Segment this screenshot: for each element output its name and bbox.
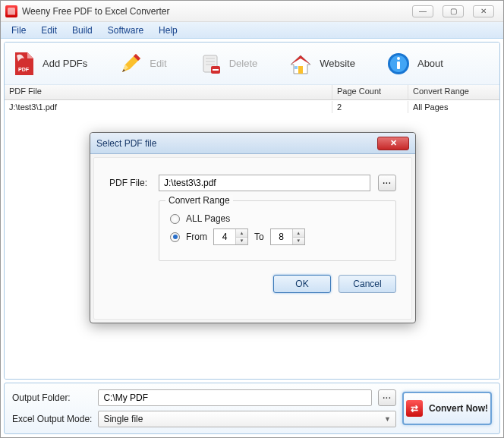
from-value[interactable] (214, 229, 235, 244)
menu-software[interactable]: Software (100, 25, 151, 36)
col-header-count[interactable]: Page Count (332, 85, 408, 99)
radio-all-pages[interactable] (170, 214, 180, 224)
titlebar: Weeny Free PDF to Excel Converter — ▢ ✕ (1, 1, 503, 22)
svg-text:PDF: PDF (18, 67, 30, 72)
info-icon (386, 51, 411, 77)
svg-rect-3 (213, 69, 219, 71)
table-header: PDF File Page Count Convert Range (5, 85, 499, 100)
convert-range-fieldset: Convert Range ALL Pages From ▲ ▼ To (159, 200, 396, 261)
menubar: File Edit Build Software Help (1, 22, 503, 39)
home-icon (288, 51, 313, 77)
edit-label: Edit (150, 58, 166, 69)
pdf-file-row: PDF File: ··· (109, 175, 396, 191)
website-label: Website (320, 58, 355, 69)
output-folder-input[interactable] (98, 389, 372, 406)
pdf-file-input[interactable] (159, 175, 370, 191)
col-header-range[interactable]: Convert Range (408, 85, 499, 99)
convert-icon (406, 400, 423, 417)
about-label: About (417, 58, 443, 69)
to-up-button[interactable]: ▲ (293, 229, 304, 238)
from-down-button[interactable]: ▼ (236, 238, 247, 245)
select-pdf-dialog: Select PDF file ✕ PDF File: ··· Convert … (90, 132, 416, 323)
delete-icon (197, 51, 223, 77)
pdf-file-label: PDF File: (109, 178, 151, 188)
all-pages-option[interactable]: ALL Pages (170, 213, 385, 224)
add-pdfs-button[interactable]: PDF Add PDFs (11, 51, 87, 77)
convert-range-legend: Convert Range (165, 195, 233, 206)
from-to-option[interactable]: From ▲ ▼ To ▲ ▼ (170, 228, 385, 245)
output-mode-value: Single file (103, 414, 143, 424)
output-folder-label: Output Folder: (12, 392, 92, 403)
about-button[interactable]: About (386, 51, 443, 77)
close-button[interactable]: ✕ (473, 5, 494, 17)
table-row[interactable]: J:\test3\1.pdf 2 All Pages (5, 100, 499, 114)
convert-label: Convert Now! (429, 403, 488, 414)
cell-count: 2 (332, 101, 408, 113)
output-mode-select[interactable]: Single file ▼ (98, 411, 396, 427)
cell-file: J:\test3\1.pdf (5, 101, 332, 113)
minimize-button[interactable]: — (412, 5, 433, 17)
to-label: To (254, 232, 264, 242)
cell-range: All Pages (408, 101, 499, 113)
to-value[interactable] (271, 229, 292, 244)
to-down-button[interactable]: ▼ (293, 238, 304, 245)
menu-edit[interactable]: Edit (33, 25, 65, 36)
menu-file[interactable]: File (4, 25, 33, 36)
all-pages-label: ALL Pages (186, 213, 230, 224)
svg-rect-4 (298, 66, 303, 74)
dialog-body: PDF File: ··· Convert Range ALL Pages Fr… (93, 157, 412, 320)
delete-button[interactable]: Delete (197, 51, 258, 77)
svg-point-9 (397, 57, 400, 60)
from-label: From (186, 232, 207, 242)
edit-button[interactable]: Edit (118, 51, 166, 77)
to-spin[interactable]: ▲ ▼ (270, 228, 305, 245)
maximize-button[interactable]: ▢ (443, 5, 464, 17)
website-button[interactable]: Website (288, 51, 355, 77)
chevron-down-icon: ▼ (384, 415, 391, 423)
add-pdfs-label: Add PDFs (43, 58, 87, 69)
dialog-close-button[interactable]: ✕ (377, 137, 409, 150)
browse-pdf-button[interactable]: ··· (378, 175, 396, 191)
ok-button[interactable]: OK (273, 275, 331, 293)
svg-rect-8 (397, 61, 400, 69)
from-up-button[interactable]: ▲ (236, 229, 247, 238)
pdf-icon: PDF (11, 51, 36, 77)
pencil-icon (118, 51, 143, 77)
delete-label: Delete (229, 58, 258, 69)
dialog-title: Select PDF file (96, 138, 377, 149)
menu-build[interactable]: Build (65, 25, 100, 36)
app-icon (5, 5, 17, 17)
from-spin[interactable]: ▲ ▼ (213, 228, 248, 245)
toolbar: PDF Add PDFs Edit Delete (5, 43, 499, 85)
convert-now-button[interactable]: Convert Now! (402, 392, 492, 425)
bottom-bar: Output Folder: ··· Excel Output Mode: Si… (4, 383, 500, 434)
window-title: Weeny Free PDF to Excel Converter (22, 6, 412, 17)
browse-output-button[interactable]: ··· (378, 389, 396, 406)
col-header-file[interactable]: PDF File (5, 85, 332, 99)
output-mode-label: Excel Output Mode: (12, 414, 92, 424)
radio-from-to[interactable] (170, 232, 180, 242)
window-controls: — ▢ ✕ (412, 5, 494, 17)
dialog-buttons: OK Cancel (109, 275, 396, 293)
menu-help[interactable]: Help (151, 25, 185, 36)
bottom-fields: Output Folder: ··· Excel Output Mode: Si… (12, 389, 396, 427)
cancel-button[interactable]: Cancel (339, 275, 396, 293)
dialog-titlebar[interactable]: Select PDF file ✕ (90, 133, 415, 154)
svg-rect-5 (295, 66, 298, 69)
